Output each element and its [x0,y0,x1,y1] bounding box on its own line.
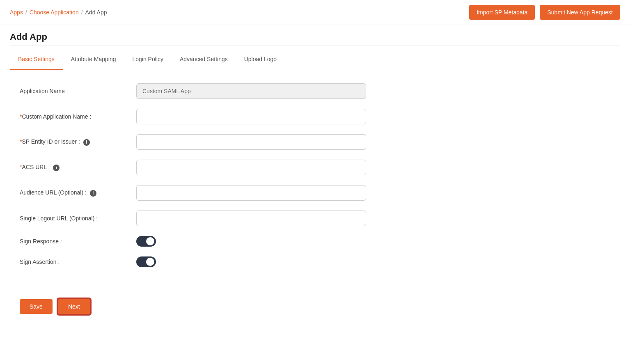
app-name-row: Application Name : [20,83,391,99]
sign-response-toggle[interactable] [136,236,156,247]
audience-url-input[interactable] [136,185,366,201]
form-container: Application Name : *Custom Application N… [0,70,410,290]
tab-upload-logo[interactable]: Upload Logo [236,49,285,70]
single-logout-input[interactable] [136,211,366,226]
sign-assertion-label: Sign Assertion : [20,259,126,265]
import-sp-metadata-button[interactable]: Import SP Metadata [469,5,535,20]
breadcrumb-current: Add App [85,9,107,16]
custom-app-name-row: *Custom Application Name : [20,109,391,124]
page-title: Add App [10,32,620,42]
tab-attribute-mapping[interactable]: Attribute Mapping [63,49,124,70]
audience-url-label: Audience URL (Optional) : i [20,189,126,197]
sp-entity-input[interactable] [136,134,366,150]
app-name-input[interactable] [136,83,366,99]
single-logout-label: Single Logout URL (Optional) : [20,215,126,222]
sign-assertion-toggle[interactable] [136,256,156,267]
acs-url-input[interactable] [136,160,366,175]
sign-response-toggle-wrapper [136,236,156,247]
sign-assertion-toggle-wrapper [136,256,156,267]
app-name-label: Application Name : [20,88,126,94]
acs-url-info-icon[interactable]: i [53,165,60,171]
footer-actions: Save Next [0,290,630,323]
sign-response-slider [136,236,156,247]
top-bar: Apps / Choose Application / Add App Impo… [0,0,630,25]
sign-response-label: Sign Response : [20,238,126,245]
audience-url-row: Audience URL (Optional) : i [20,185,391,201]
sp-entity-row: *SP Entity ID or Issuer : i [20,134,391,150]
sign-assertion-slider [136,256,156,267]
tab-login-policy[interactable]: Login Policy [124,49,172,70]
tabs-container: Basic Settings Attribute Mapping Login P… [0,49,630,70]
custom-app-name-input[interactable] [136,109,366,124]
breadcrumb-apps[interactable]: Apps [10,9,23,16]
breadcrumb: Apps / Choose Application / Add App [10,9,107,16]
top-actions: Import SP Metadata Submit New App Reques… [469,5,620,20]
tab-basic-settings[interactable]: Basic Settings [10,49,63,70]
breadcrumb-sep1: / [25,9,27,16]
page-header: Add App [0,25,630,46]
sign-response-row: Sign Response : [20,236,391,247]
custom-app-name-label: *Custom Application Name : [20,113,126,120]
breadcrumb-sep2: / [81,9,83,16]
submit-new-app-request-button[interactable]: Submit New App Request [540,5,620,20]
save-button[interactable]: Save [20,299,53,314]
tab-advanced-settings[interactable]: Advanced Settings [172,49,236,70]
audience-url-info-icon[interactable]: i [90,190,96,197]
header-divider [10,46,620,46]
sign-assertion-row: Sign Assertion : [20,256,391,267]
sp-entity-label: *SP Entity ID or Issuer : i [20,138,126,146]
single-logout-row: Single Logout URL (Optional) : [20,211,391,226]
acs-url-label: *ACS URL : i [20,164,126,171]
sp-entity-info-icon[interactable]: i [83,139,90,146]
next-button[interactable]: Next [57,298,91,315]
breadcrumb-choose-app[interactable]: Choose Application [30,9,79,16]
acs-url-row: *ACS URL : i [20,160,391,175]
